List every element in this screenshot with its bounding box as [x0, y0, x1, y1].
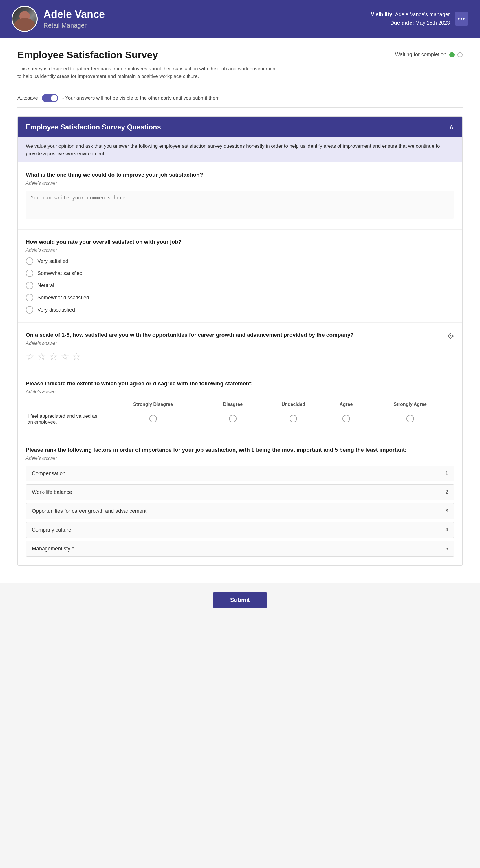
radio-label-neutral: Neutral — [37, 283, 54, 289]
radio-circle — [26, 282, 33, 289]
likert-col-empty — [26, 399, 101, 410]
status-indicator: Waiting for completion — [395, 52, 462, 58]
question-1-block: What is the one thing we could do to imp… — [18, 162, 462, 229]
likert-cell-sa[interactable] — [366, 410, 454, 429]
likert-col-strongly-disagree: Strongly Disagree — [101, 399, 205, 410]
question-5-answer-label: Adele's answer — [26, 456, 454, 461]
visibility-line: Visibility: Adele Vance's manager — [371, 10, 450, 19]
question-1-answer-label: Adele's answer — [26, 181, 454, 186]
user-title: Retail Manager — [43, 22, 105, 29]
question-3-text: On a scale of 1-5, how satisfied are you… — [26, 331, 454, 339]
star-4[interactable]: ☆ — [61, 351, 69, 362]
radio-option-somewhat-dissatisfied[interactable]: Somewhat dissatisfied — [26, 294, 454, 301]
star-2[interactable]: ☆ — [37, 351, 46, 362]
header-user-info: Adele Vance Retail Manager — [43, 8, 105, 29]
autosave-label: Autosave — [18, 95, 38, 101]
app-header: Adele Vance Retail Manager Visibility: A… — [0, 0, 480, 38]
likert-radio-d[interactable] — [229, 415, 236, 423]
person-icon-container: ⚙ — [447, 331, 454, 341]
radio-label-somewhat-satisfied: Somewhat satisfied — [37, 271, 83, 277]
autosave-bar: Autosave - Your answers will not be visi… — [18, 89, 462, 108]
likert-radio-sa[interactable] — [407, 415, 414, 423]
status-circle-outline — [457, 52, 462, 57]
likert-cell-d[interactable] — [205, 410, 261, 429]
due-date-line: Due date: May 18th 2023 — [371, 19, 450, 27]
footer: Submit — [0, 583, 480, 617]
questions-intro: We value your opinion and ask that you a… — [18, 137, 462, 162]
radio-circle — [26, 306, 33, 314]
rank-list: Compensation 1 Work-life balance 2 Oppor… — [26, 466, 454, 557]
radio-option-very-dissatisfied[interactable]: Very dissatisfied — [26, 306, 454, 314]
likert-statement: I feel appreciated and valued as an empl… — [26, 410, 101, 429]
toggle-thumb — [51, 95, 57, 101]
radio-circle — [26, 294, 33, 301]
header-right: Visibility: Adele Vance's manager Due da… — [371, 10, 469, 27]
question-2-radio-group: Very satisfied Somewhat satisfied Neutra… — [26, 257, 454, 314]
question-1-textarea[interactable] — [26, 190, 454, 219]
question-5-block: Please rank the following factors in ord… — [18, 437, 462, 565]
questions-section-header: Employee Satisfaction Survey Questions ∧ — [18, 117, 462, 137]
autosave-note: - Your answers will not be visible to th… — [62, 95, 219, 101]
question-3-block: On a scale of 1-5, how satisfied are you… — [18, 322, 462, 371]
question-1-text: What is the one thing we could do to imp… — [26, 171, 454, 179]
questions-section: Employee Satisfaction Survey Questions ∧… — [18, 116, 462, 566]
rank-item-label-3: Opportunities for career growth and adva… — [32, 508, 147, 514]
likert-col-strongly-agree: Strongly Agree — [366, 399, 454, 410]
star-rating: ☆ ☆ ☆ ☆ ☆ — [26, 351, 454, 362]
visibility-label: Visibility: — [371, 11, 394, 18]
question-4-block: Please indicate the extent to which you … — [18, 371, 462, 438]
radio-label-very-dissatisfied: Very dissatisfied — [37, 307, 75, 313]
star-5[interactable]: ☆ — [72, 351, 81, 362]
question-3-answer-label: Adele's answer — [26, 341, 454, 346]
rank-item-label-1: Compensation — [32, 470, 65, 476]
rank-item-number-1: 1 — [446, 470, 448, 476]
radio-label-somewhat-dissatisfied: Somewhat dissatisfied — [37, 295, 89, 301]
likert-cell-sd[interactable] — [101, 410, 205, 429]
radio-option-very-satisfied[interactable]: Very satisfied — [26, 257, 454, 265]
more-icon: ••• — [458, 15, 465, 23]
survey-description: This survey is designed to gather feedba… — [18, 65, 278, 80]
rank-item-label-4: Company culture — [32, 527, 71, 533]
rank-item-label-5: Management style — [32, 546, 74, 552]
toggle-track[interactable] — [42, 94, 58, 102]
rank-item-2[interactable]: Work-life balance 2 — [26, 485, 454, 500]
autosave-toggle[interactable] — [42, 94, 58, 102]
more-options-button[interactable]: ••• — [454, 12, 469, 26]
rank-item-1[interactable]: Compensation 1 — [26, 466, 454, 482]
likert-radio-u[interactable] — [289, 415, 297, 423]
collapse-button[interactable]: ∧ — [449, 122, 454, 131]
rank-item-number-5: 5 — [446, 546, 448, 552]
radio-option-neutral[interactable]: Neutral — [26, 282, 454, 289]
avatar-image — [12, 7, 37, 31]
rank-item-number-4: 4 — [446, 527, 448, 533]
rank-item-label-2: Work-life balance — [32, 489, 72, 495]
radio-circle — [26, 270, 33, 277]
due-date-label: Due date: — [390, 20, 414, 26]
star-1[interactable]: ☆ — [26, 351, 34, 362]
rank-item-5[interactable]: Management style 5 — [26, 541, 454, 557]
header-left: Adele Vance Retail Manager — [11, 6, 105, 32]
likert-row: I feel appreciated and valued as an empl… — [26, 410, 454, 429]
likert-radio-sd[interactable] — [149, 415, 157, 423]
star-3[interactable]: ☆ — [49, 351, 58, 362]
avatar — [11, 6, 38, 32]
likert-col-agree: Agree — [326, 399, 366, 410]
rank-item-number-2: 2 — [446, 489, 448, 495]
likert-table: Strongly Disagree Disagree Undecided Agr… — [26, 399, 454, 429]
question-5-text: Please rank the following factors in ord… — [26, 446, 454, 454]
likert-cell-u[interactable] — [261, 410, 326, 429]
visibility-value: Adele Vance's manager — [395, 11, 450, 18]
radio-option-somewhat-satisfied[interactable]: Somewhat satisfied — [26, 270, 454, 277]
header-meta: Visibility: Adele Vance's manager Due da… — [371, 10, 450, 27]
rank-item-3[interactable]: Opportunities for career growth and adva… — [26, 503, 454, 519]
likert-radio-a[interactable] — [343, 415, 350, 423]
survey-title: Employee Satisfaction Survey — [18, 49, 158, 61]
questions-section-title: Employee Satisfaction Survey Questions — [26, 123, 161, 131]
submit-button[interactable]: Submit — [213, 592, 267, 608]
person-settings-icon: ⚙ — [447, 332, 454, 340]
rank-item-4[interactable]: Company culture 4 — [26, 522, 454, 538]
question-4-text: Please indicate the extent to which you … — [26, 380, 454, 388]
question-2-text: How would you rate your overall satisfac… — [26, 238, 454, 246]
likert-col-undecided: Undecided — [261, 399, 326, 410]
likert-cell-a[interactable] — [326, 410, 366, 429]
